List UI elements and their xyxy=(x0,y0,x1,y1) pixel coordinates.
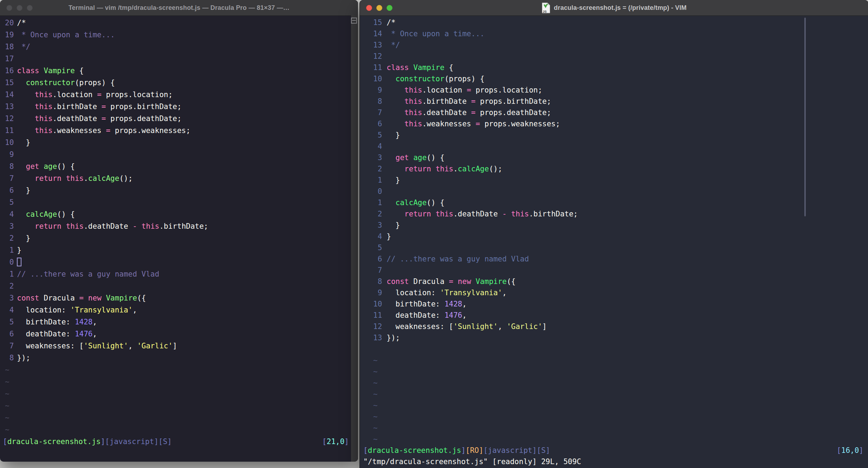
code-line: 2 } xyxy=(5,232,351,244)
code-line: 13}); xyxy=(373,332,868,343)
code-line: 8 this.birthDate = props.birthDate; xyxy=(373,96,868,107)
statusline-cursor-position: [16,0] xyxy=(837,445,863,456)
line-number: 12 xyxy=(373,51,382,62)
code-line: 2 return this.calcAge(); xyxy=(373,163,868,175)
code-line: 9 this.location = props.location; xyxy=(373,84,868,96)
line-number: 7 xyxy=(5,340,14,352)
code-line: 0 xyxy=(5,256,351,268)
line-number: 3 xyxy=(5,292,14,304)
line-number: 19 xyxy=(5,29,14,41)
empty-buffer-line: ~ xyxy=(5,424,351,436)
code-line: 7 weaknesses: ['Sunlight', 'Garlic'] xyxy=(5,340,351,352)
terminal-window: Terminal — vim /tmp/dracula-screenshot.j… xyxy=(0,0,358,462)
line-number: 18 xyxy=(5,41,14,53)
line-number: 2 xyxy=(373,163,382,175)
tilde-marker: ~ xyxy=(373,424,378,432)
code-line: 4 calcAge() { xyxy=(5,208,351,220)
line-number: 7 xyxy=(5,172,14,184)
line-number: 1 xyxy=(5,244,14,256)
code-line: 16class Vampire { xyxy=(5,65,351,77)
code-line: 1} xyxy=(5,244,351,256)
line-number: 16 xyxy=(5,65,14,77)
line-number: 9 xyxy=(373,84,382,96)
code-line: 12 this.deathDate = props.deathDate; xyxy=(5,113,351,125)
vim-buffer-left[interactable]: 20/*19 * Once upon a time...18 */1716cla… xyxy=(0,15,351,462)
vim-command-line-message: "/tmp/dracula-screenshot.js" [readonly] … xyxy=(363,456,868,467)
code-line: 4 location: 'Transylvania', xyxy=(5,304,351,316)
code-line: 1 } xyxy=(373,175,868,186)
empty-buffer-line: ~ xyxy=(5,412,351,424)
line-number: 12 xyxy=(5,113,14,125)
code-line: 8const Dracula = new Vampire({ xyxy=(373,276,868,287)
code-line: 18 */ xyxy=(5,41,351,53)
line-number: 15 xyxy=(5,77,14,89)
line-number: 4 xyxy=(5,304,14,316)
empty-buffer-line: ~ xyxy=(373,400,868,411)
code-line: 6 } xyxy=(5,184,351,196)
line-number: 5 xyxy=(5,196,14,208)
vim-buffer-right[interactable]: 15/*14 * Once upon a time...13 */1211cla… xyxy=(360,15,868,468)
vim-scrollbar-thumb[interactable] xyxy=(804,18,806,216)
empty-buffer-line: ~ xyxy=(5,376,351,388)
terminal-scrollbar[interactable] xyxy=(351,15,358,462)
empty-buffer-line: ~ xyxy=(373,388,868,400)
code-line: 0 xyxy=(373,186,868,197)
code-line: 10 } xyxy=(5,137,351,148)
code-line: 6 deathDate: 1476, xyxy=(5,328,351,340)
empty-buffer-line: ~ xyxy=(373,434,868,445)
code-line: 1 calcAge() { xyxy=(373,197,868,208)
tilde-marker: ~ xyxy=(5,378,9,386)
line-number: 11 xyxy=(5,125,14,137)
line-number: 15 xyxy=(373,17,382,28)
line-number: 13 xyxy=(373,332,382,343)
line-number: 5 xyxy=(373,242,382,253)
line-number: 2 xyxy=(5,232,14,244)
line-number: 2 xyxy=(5,280,14,292)
empty-buffer-line: ~ xyxy=(5,388,351,400)
terminal-titlebar[interactable]: Terminal — vim /tmp/dracula-screenshot.j… xyxy=(0,0,358,16)
code-line: 17 xyxy=(5,53,351,65)
line-number: 13 xyxy=(5,101,14,113)
line-number: 0 xyxy=(373,186,382,197)
code-line: 11 this.weaknesses = props.weaknesses; xyxy=(5,125,351,137)
statusline-file-info: [dracula-screenshot.js][javascript][S] xyxy=(3,436,172,448)
tilde-marker: ~ xyxy=(5,401,9,410)
line-number: 9 xyxy=(5,148,14,160)
split-pane-button[interactable] xyxy=(351,18,357,24)
macvim-window-title: dracula-screenshot.js = (/private/tmp) -… xyxy=(554,4,687,12)
code-line: 15/* xyxy=(373,17,868,28)
macvim-window: JS dracula-screenshot.js = (/private/tmp… xyxy=(359,0,868,468)
code-line: 12 weaknesses: ['Sunlight', 'Garlic'] xyxy=(373,321,868,332)
code-line: 7 this.deathDate = props.deathDate; xyxy=(373,107,868,118)
code-line: 10 constructor(props) { xyxy=(373,73,868,84)
line-number: 7 xyxy=(373,265,382,276)
line-number: 4 xyxy=(5,208,14,220)
code-line: 3 return this.deathDate - this.birthDate… xyxy=(5,220,351,232)
line-number: 4 xyxy=(373,231,382,242)
code-line: 12 xyxy=(373,51,868,62)
line-number: 17 xyxy=(5,53,14,65)
tilde-marker: ~ xyxy=(373,356,378,365)
tilde-marker: ~ xyxy=(373,390,378,398)
code-line: 9 location: 'Transylvania', xyxy=(373,287,868,298)
code-line: 6// ...there was a guy named Vlad xyxy=(373,253,868,265)
vim-statusline: [dracula-screenshot.js][javascript][S][2… xyxy=(3,436,351,448)
line-number: 8 xyxy=(373,276,382,287)
line-number: 1 xyxy=(5,268,14,280)
code-line: 8 get age() { xyxy=(5,160,351,172)
tilde-marker: ~ xyxy=(5,425,9,434)
line-number: 0 xyxy=(5,256,14,268)
code-line: 11 deathDate: 1476, xyxy=(373,310,868,321)
macvim-titlebar[interactable]: JS dracula-screenshot.js = (/private/tmp… xyxy=(360,0,868,16)
code-line: 19 * Once upon a time... xyxy=(5,29,351,41)
tilde-marker xyxy=(373,345,378,353)
empty-buffer-line: ~ xyxy=(373,411,868,422)
line-number: 20 xyxy=(5,17,14,29)
empty-buffer-line: ~ xyxy=(5,364,351,376)
line-number: 6 xyxy=(5,184,14,196)
code-line: 11class Vampire { xyxy=(373,62,868,73)
code-line: 9 xyxy=(5,148,351,160)
code-line: 3 } xyxy=(373,220,868,231)
line-number: 7 xyxy=(373,107,382,118)
line-number: 5 xyxy=(373,129,382,141)
